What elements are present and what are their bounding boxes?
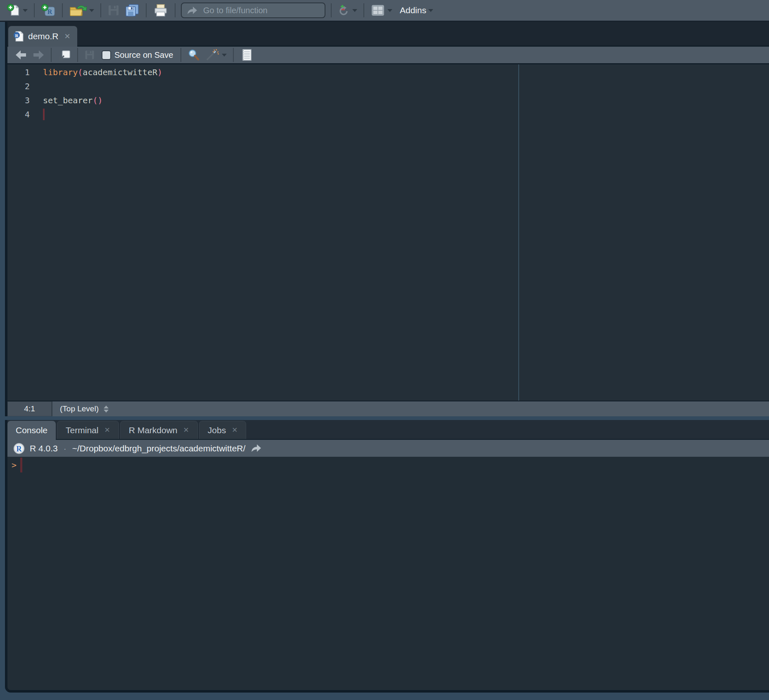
open-file-button[interactable] bbox=[66, 2, 97, 19]
search-replace-button[interactable] bbox=[185, 46, 202, 64]
panes-layout-icon bbox=[370, 4, 385, 17]
save-icon bbox=[84, 50, 95, 60]
new-project-icon: R bbox=[41, 3, 56, 17]
save-all-icon bbox=[125, 4, 140, 17]
console-tab-console[interactable]: Console bbox=[7, 421, 56, 440]
version-control-icon bbox=[338, 2, 350, 18]
console-tab-r-markdown[interactable]: R Markdown✕ bbox=[120, 421, 198, 439]
back-button[interactable] bbox=[12, 46, 30, 64]
open-file-caret-icon bbox=[89, 9, 94, 12]
goto-file-function-input[interactable] bbox=[202, 5, 320, 16]
tab-close-icon[interactable]: ✕ bbox=[183, 426, 189, 434]
line-number: 1 bbox=[7, 65, 30, 79]
new-file-button[interactable] bbox=[4, 2, 30, 19]
header-dot-separator: · bbox=[64, 444, 66, 453]
print-button[interactable] bbox=[150, 2, 171, 19]
code-line: 4 bbox=[7, 107, 769, 121]
panes-layout-caret-icon bbox=[387, 9, 392, 12]
new-file-icon bbox=[7, 3, 21, 17]
console-tab-label: R Markdown bbox=[129, 425, 178, 435]
editor-cursor bbox=[43, 109, 45, 120]
code-lines: 1library(academictwitteR)23set_bearer()4 bbox=[7, 65, 769, 121]
toolbar-separator bbox=[100, 3, 101, 17]
open-file-icon bbox=[69, 4, 87, 17]
editor-toolbar: Source on Save bbox=[7, 45, 769, 64]
console-tab-label: Jobs bbox=[208, 425, 226, 435]
console-tab-jobs[interactable]: Jobs✕ bbox=[199, 421, 247, 439]
tab-close-icon[interactable]: ✕ bbox=[232, 426, 237, 434]
console-tab-bar: ConsoleTerminal✕R Markdown✕Jobs✕ bbox=[7, 420, 769, 439]
addins-caret-icon bbox=[428, 9, 433, 12]
toolbar-separator bbox=[34, 3, 35, 17]
save-all-button[interactable] bbox=[122, 2, 142, 19]
editor-tab-demo-r[interactable]: R demo.R ✕ bbox=[8, 26, 77, 47]
version-control-button[interactable] bbox=[335, 2, 360, 19]
show-directory-arrow-icon[interactable] bbox=[250, 444, 262, 453]
toolbar-separator bbox=[146, 3, 147, 17]
compile-report-icon bbox=[240, 48, 252, 62]
back-icon bbox=[15, 50, 27, 60]
show-in-new-window-button[interactable] bbox=[55, 46, 74, 64]
code-editor[interactable]: 1library(academictwitteR)23set_bearer()4 bbox=[7, 64, 769, 401]
show-in-new-window-icon bbox=[58, 49, 71, 61]
toolbar-separator bbox=[77, 48, 78, 62]
code-line: 3set_bearer() bbox=[7, 93, 769, 107]
editor-tab-close-icon[interactable]: ✕ bbox=[64, 32, 71, 41]
panes-layout-button[interactable] bbox=[368, 2, 395, 19]
addins-button[interactable]: Addins bbox=[395, 2, 436, 19]
working-directory-label[interactable]: ~/Dropbox/edbrgh_projects/academictwitte… bbox=[72, 444, 246, 453]
r-script-file-icon: R bbox=[13, 30, 24, 43]
code-token: academictwitteR bbox=[83, 67, 157, 77]
code-text bbox=[43, 107, 45, 121]
code-tools-button[interactable] bbox=[202, 46, 229, 64]
editor-tab-bar: R demo.R ✕ bbox=[7, 22, 769, 45]
scope-chevrons-icon bbox=[104, 406, 109, 413]
source-on-save-label: Source on Save bbox=[114, 50, 173, 60]
console-tab-terminal[interactable]: Terminal✕ bbox=[57, 421, 119, 439]
search-replace-icon bbox=[188, 49, 200, 61]
toolbar-separator bbox=[233, 48, 234, 62]
line-number: 4 bbox=[7, 107, 30, 121]
console-header: R R 4.0.3 · ~/Dropbox/edbrgh_projects/ac… bbox=[7, 439, 769, 457]
console-body[interactable]: > bbox=[7, 457, 769, 690]
version-control-caret-icon bbox=[352, 9, 357, 12]
scope-selector[interactable]: (Top Level) bbox=[60, 404, 109, 413]
forward-button[interactable] bbox=[30, 46, 47, 64]
code-token: () bbox=[93, 95, 102, 105]
svg-text:R: R bbox=[15, 33, 19, 38]
console-prompt-line: > bbox=[12, 458, 769, 473]
toolbar-separator bbox=[363, 3, 364, 17]
goto-file-function-box[interactable] bbox=[181, 2, 325, 18]
code-token: ) bbox=[157, 67, 162, 77]
editor-tab-title: demo.R bbox=[28, 31, 59, 41]
console-prompt: > bbox=[12, 458, 17, 472]
svg-text:R: R bbox=[17, 444, 22, 453]
toolbar-separator bbox=[62, 3, 63, 17]
save-icon bbox=[107, 4, 120, 17]
cursor-position-indicator: 4:1 bbox=[7, 401, 52, 416]
editor-status-bar: 4:1 (Top Level) bbox=[7, 401, 769, 416]
scope-label: (Top Level) bbox=[60, 404, 99, 413]
console-pane: ConsoleTerminal✕R Markdown✕Jobs✕ R R 4.0… bbox=[5, 420, 769, 693]
source-on-save-checkbox[interactable] bbox=[102, 50, 111, 60]
code-token: set_bearer bbox=[43, 95, 93, 105]
save-button[interactable] bbox=[105, 2, 122, 19]
new-project-button[interactable]: R bbox=[38, 2, 58, 19]
code-tools-caret-icon bbox=[222, 54, 227, 57]
code-line: 2 bbox=[7, 79, 769, 93]
compile-report-button[interactable] bbox=[237, 46, 255, 64]
code-text: library(academictwitteR) bbox=[43, 65, 162, 79]
new-file-caret-icon bbox=[23, 9, 28, 12]
r-version-label: R 4.0.3 bbox=[30, 444, 58, 453]
code-tools-icon bbox=[205, 48, 220, 62]
tab-close-icon[interactable]: ✕ bbox=[104, 426, 110, 434]
source-pane: R demo.R ✕ bbox=[5, 22, 769, 416]
print-icon bbox=[153, 3, 169, 17]
toolbar-separator bbox=[331, 3, 332, 17]
code-token: library bbox=[43, 67, 78, 77]
save-button-editor[interactable] bbox=[82, 46, 97, 64]
code-token: ( bbox=[78, 67, 83, 77]
console-cursor bbox=[20, 458, 22, 472]
line-number: 3 bbox=[7, 93, 30, 107]
line-number: 2 bbox=[7, 79, 30, 93]
